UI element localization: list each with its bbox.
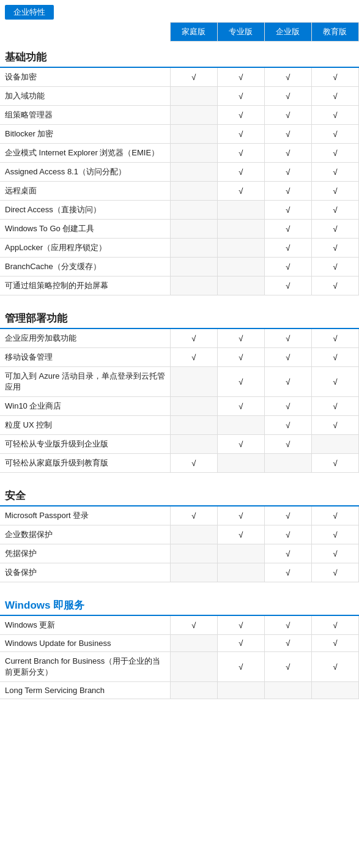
col-pro: 专业版 (217, 23, 264, 42)
section-header-3: Windows 即服务 (0, 590, 359, 615)
feature-name-cell: Bitlocker 加密 (0, 125, 170, 144)
col-home: 家庭版 (170, 23, 217, 42)
check-cell (217, 544, 264, 563)
check-cell (170, 220, 217, 239)
check-cell: √ (264, 525, 311, 544)
check-cell: √ (311, 544, 358, 563)
table-row: 企业模式 Internet Explorer 浏览器（EMIE）√√√ (0, 144, 359, 163)
feature-name-cell: Windows 更新 (0, 615, 170, 635)
check-cell (170, 635, 217, 652)
feature-name-cell: 可通过组策略控制的开始屏幕 (0, 276, 170, 295)
feature-name-cell: Windows Update for Business (0, 635, 170, 652)
table-row: 粒度 UX 控制√√ (0, 416, 359, 435)
check-cell (264, 682, 311, 699)
check-cell (170, 652, 217, 682)
feature-name-cell: Assigned Access 8.1（访问分配） (0, 163, 170, 182)
section-header-0: 基础功能 (0, 42, 359, 68)
check-cell: √ (264, 201, 311, 220)
check-cell (217, 276, 264, 295)
check-cell: √ (311, 182, 358, 201)
feature-name-cell: 粒度 UX 控制 (0, 416, 170, 435)
check-cell: √ (170, 506, 217, 525)
check-cell: √ (264, 328, 311, 348)
feature-name-cell: Current Branch for Business（用于企业的当前更新分支） (0, 652, 170, 682)
table-row: 企业数据保护√√√ (0, 525, 359, 544)
check-cell (170, 201, 217, 220)
check-cell (170, 163, 217, 182)
check-cell: √ (264, 544, 311, 563)
check-cell: √ (217, 67, 264, 87)
check-cell: √ (170, 454, 217, 473)
col-enterprise: 企业版 (264, 23, 311, 42)
feature-name-cell: 企业数据保护 (0, 525, 170, 544)
check-cell: √ (311, 367, 358, 397)
check-cell: √ (217, 163, 264, 182)
check-cell: √ (264, 87, 311, 106)
check-cell: √ (311, 348, 358, 367)
check-cell: √ (170, 67, 217, 87)
check-cell: √ (217, 367, 264, 397)
check-cell (311, 682, 358, 699)
check-cell: √ (311, 67, 358, 87)
check-cell: √ (311, 615, 358, 635)
check-cell: √ (264, 144, 311, 163)
feature-name-cell: Direct Access（直接访问） (0, 201, 170, 220)
check-cell: √ (264, 182, 311, 201)
check-cell: √ (264, 163, 311, 182)
check-cell (170, 563, 217, 582)
check-cell: √ (264, 435, 311, 454)
check-cell: √ (217, 328, 264, 348)
check-cell (170, 87, 217, 106)
check-cell (217, 239, 264, 258)
table-row: Windows 更新√√√√ (0, 615, 359, 635)
check-cell: √ (264, 276, 311, 295)
feature-name-cell: Long Term Servicing Branch (0, 682, 170, 699)
check-cell: √ (217, 87, 264, 106)
check-cell: √ (217, 348, 264, 367)
table-row: AppLocker（应用程序锁定）√√ (0, 239, 359, 258)
table-row: 企业应用旁加载功能√√√√ (0, 328, 359, 348)
check-cell: √ (264, 258, 311, 276)
check-cell: √ (311, 258, 358, 276)
check-cell: √ (264, 106, 311, 125)
feature-name-cell: 企业模式 Internet Explorer 浏览器（EMIE） (0, 144, 170, 163)
check-cell: √ (264, 67, 311, 87)
enterprise-badge: 企业特性 (0, 0, 359, 20)
check-cell: √ (264, 220, 311, 239)
check-cell (170, 144, 217, 163)
check-cell: √ (311, 525, 358, 544)
check-cell: √ (264, 635, 311, 652)
spacer (0, 473, 359, 481)
feature-name-cell: 设备保护 (0, 563, 170, 582)
check-cell (311, 435, 358, 454)
table-row: Direct Access（直接访问）√√ (0, 201, 359, 220)
feature-name-cell: 企业应用旁加载功能 (0, 328, 170, 348)
table-row: 组策略管理器√√√ (0, 106, 359, 125)
check-cell: √ (311, 652, 358, 682)
check-cell: √ (264, 506, 311, 525)
check-cell (217, 220, 264, 239)
table-row: Microsoft Passport 登录√√√√ (0, 506, 359, 525)
check-cell: √ (311, 163, 358, 182)
check-cell: √ (311, 220, 358, 239)
check-cell: √ (217, 525, 264, 544)
check-cell: √ (217, 106, 264, 125)
check-cell (170, 239, 217, 258)
check-cell: √ (217, 435, 264, 454)
check-cell (170, 367, 217, 397)
table-row: BranchCache（分支缓存）√√ (0, 258, 359, 276)
table-row: Long Term Servicing Branch (0, 682, 359, 699)
spacer (0, 699, 359, 707)
feature-name-cell: 设备加密 (0, 67, 170, 87)
feature-name-cell: Microsoft Passport 登录 (0, 506, 170, 525)
check-cell (170, 258, 217, 276)
check-cell: √ (170, 348, 217, 367)
feature-name-cell: 可加入到 Azure 活动目录，单点登录到云托管应用 (0, 367, 170, 397)
table-row: Windows Update for Business√√√ (0, 635, 359, 652)
check-cell (170, 682, 217, 699)
table-row: Bitlocker 加密√√√ (0, 125, 359, 144)
check-cell (170, 276, 217, 295)
check-cell: √ (217, 397, 264, 416)
check-cell (170, 435, 217, 454)
check-cell: √ (264, 652, 311, 682)
